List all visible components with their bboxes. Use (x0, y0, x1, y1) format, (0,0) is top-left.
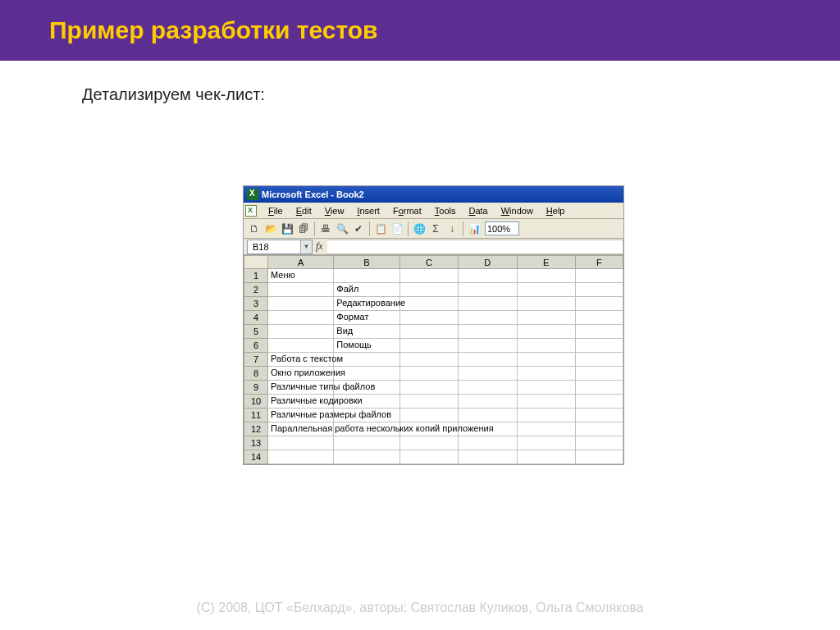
cell[interactable] (334, 269, 399, 283)
cell[interactable] (268, 450, 334, 464)
cell[interactable] (575, 269, 623, 283)
cell[interactable] (459, 353, 517, 367)
menu-format[interactable]: Format (386, 204, 428, 217)
row-header[interactable]: 1 (244, 269, 268, 283)
menu-tools[interactable]: Tools (428, 204, 463, 217)
cell[interactable]: Параллельная работа нескольких копий при… (268, 422, 334, 436)
cell[interactable] (517, 325, 575, 339)
cell[interactable] (399, 269, 458, 283)
cell[interactable] (575, 311, 623, 325)
print-icon[interactable]: 🖶 (318, 221, 333, 236)
cell[interactable] (459, 339, 517, 353)
cell[interactable] (459, 395, 517, 409)
cell[interactable] (334, 353, 399, 367)
cell[interactable] (268, 311, 334, 325)
cell[interactable] (517, 339, 575, 353)
cell[interactable] (575, 409, 623, 422)
formula-input[interactable] (327, 240, 623, 254)
cell[interactable] (517, 283, 575, 297)
cell[interactable] (459, 381, 517, 395)
spelling-icon[interactable]: ✔ (351, 221, 366, 236)
cell[interactable] (334, 450, 399, 464)
cell[interactable] (459, 325, 517, 339)
row-header[interactable]: 11 (244, 409, 268, 422)
cell[interactable] (517, 297, 575, 311)
cell[interactable] (517, 311, 575, 325)
row-header[interactable]: 5 (244, 325, 268, 339)
col-header-C[interactable]: C (399, 256, 458, 269)
cell[interactable]: Различные типы файлов (268, 381, 334, 395)
cell[interactable] (517, 367, 575, 381)
row-header[interactable]: 12 (244, 422, 268, 436)
cell[interactable] (399, 381, 458, 395)
cell[interactable] (399, 283, 458, 297)
cell[interactable] (575, 395, 623, 409)
menu-window[interactable]: Window (495, 204, 540, 217)
cell[interactable] (517, 422, 575, 436)
cell[interactable] (334, 436, 399, 450)
cell[interactable] (575, 283, 623, 297)
print-preview-icon[interactable]: 🔍 (335, 221, 349, 236)
cell[interactable] (459, 283, 517, 297)
cell[interactable] (399, 395, 458, 409)
cell[interactable]: Помощь (334, 339, 399, 353)
cell[interactable]: Меню (268, 269, 334, 283)
col-header-F[interactable]: F (575, 256, 623, 269)
cell[interactable] (399, 311, 458, 325)
row-header[interactable]: 7 (244, 353, 268, 367)
cell[interactable] (459, 269, 517, 283)
cell[interactable] (459, 367, 517, 381)
col-header-A[interactable]: A (268, 256, 334, 269)
row-header[interactable]: 2 (244, 283, 268, 297)
autosum-icon[interactable]: Σ (428, 221, 443, 236)
cell[interactable] (575, 422, 623, 436)
row-header[interactable]: 3 (244, 297, 268, 311)
row-header[interactable]: 6 (244, 339, 268, 353)
name-box-dropdown-icon[interactable]: ▼ (300, 240, 312, 253)
cell[interactable] (575, 436, 623, 450)
cell[interactable] (399, 339, 458, 353)
cell[interactable] (459, 436, 517, 450)
cell[interactable] (399, 436, 458, 450)
fx-icon[interactable]: fx (313, 240, 327, 253)
cell[interactable] (399, 297, 458, 311)
zoom-input[interactable]: 100% (485, 221, 519, 235)
name-box[interactable]: B18 ▼ (247, 240, 313, 254)
cell[interactable]: Формат (334, 311, 399, 325)
cell[interactable] (399, 450, 458, 464)
cell[interactable] (399, 353, 458, 367)
cell[interactable] (268, 339, 334, 353)
paste-icon[interactable]: 📄 (390, 221, 404, 236)
cell[interactable] (575, 353, 623, 367)
col-header-E[interactable]: E (517, 256, 575, 269)
menu-data[interactable]: Data (462, 204, 494, 217)
cell[interactable] (517, 381, 575, 395)
cell[interactable] (575, 450, 623, 464)
cell[interactable] (575, 325, 623, 339)
row-header[interactable]: 8 (244, 367, 268, 381)
menu-edit[interactable]: Edit (290, 204, 318, 217)
cell[interactable] (517, 450, 575, 464)
sort-icon[interactable]: ↓ (445, 221, 459, 236)
cell[interactable] (517, 353, 575, 367)
menu-insert[interactable]: Insert (350, 204, 386, 217)
cell[interactable]: Вид (334, 325, 399, 339)
row-header[interactable]: 10 (244, 395, 268, 409)
cell[interactable] (459, 311, 517, 325)
cell[interactable] (517, 409, 575, 422)
hyperlink-icon[interactable]: 🌐 (412, 221, 427, 236)
cell[interactable]: Различные кодировки (268, 395, 334, 409)
cell[interactable] (399, 409, 458, 422)
cell[interactable] (575, 381, 623, 395)
cell[interactable] (268, 297, 334, 311)
chart-icon[interactable]: 📊 (467, 221, 482, 236)
permission-icon[interactable]: 🗐 (296, 221, 311, 236)
menu-file[interactable]: File (262, 204, 290, 217)
cell[interactable] (459, 297, 517, 311)
cell[interactable] (459, 450, 517, 464)
cell[interactable] (268, 283, 334, 297)
cell[interactable]: Различные размеры файлов (268, 409, 334, 422)
row-header[interactable]: 4 (244, 311, 268, 325)
menu-view[interactable]: View (318, 204, 351, 217)
col-header-B[interactable]: B (334, 256, 399, 269)
